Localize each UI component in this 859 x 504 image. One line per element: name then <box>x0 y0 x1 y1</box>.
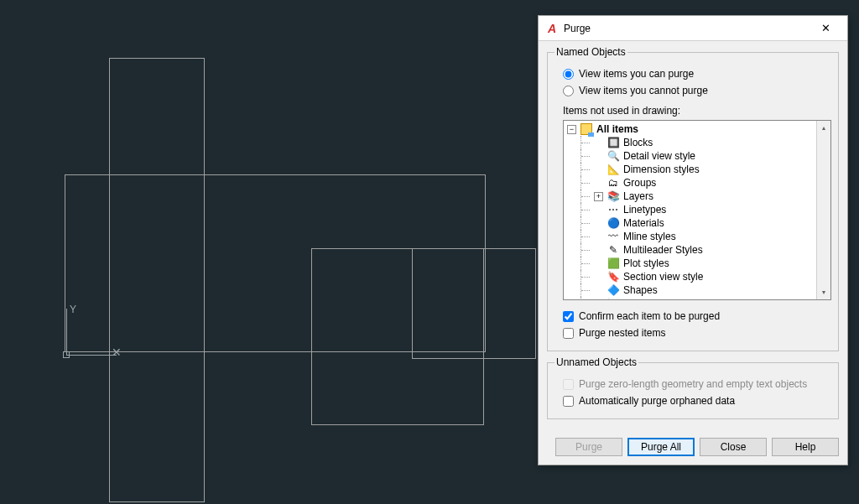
confirm-checkbox[interactable]: Confirm each item to be purged <box>563 309 831 324</box>
tree-item-label[interactable]: Layers <box>622 190 653 203</box>
item-icon: 🔲 <box>607 136 620 149</box>
scroll-down-icon[interactable]: ▾ <box>817 285 830 299</box>
unnamed-objects-group: Unnamed Objects Purge zero-length geomet… <box>547 356 839 419</box>
ucs-y-label: Y <box>70 304 76 315</box>
all-items-icon <box>580 122 593 136</box>
item-icon: 🔖 <box>607 270 620 283</box>
scroll-up-icon[interactable]: ▴ <box>817 121 830 135</box>
close-dialog-button[interactable]: Close <box>700 438 767 456</box>
dialog-title: Purge <box>564 23 809 34</box>
radio-cannot-purge[interactable]: View items you cannot purge <box>563 83 831 98</box>
item-icon: 📊 <box>607 297 620 299</box>
tree-item-label[interactable]: Mline styles <box>622 230 676 243</box>
tree-item-label[interactable]: Shapes <box>622 283 658 297</box>
named-objects-group: Named Objects View items you can purge V… <box>547 46 839 351</box>
named-objects-legend: Named Objects <box>554 46 627 58</box>
tree-scrollbar[interactable]: ▴ ▾ <box>816 121 830 299</box>
purge-dialog: A Purge ✕ Named Objects View items you c… <box>538 15 848 465</box>
item-icon: 🗂 <box>607 176 620 190</box>
tree-item-label[interactable]: Dimension styles <box>622 163 700 176</box>
unnamed-objects-legend: Unnamed Objects <box>554 356 638 368</box>
tree-item-label[interactable]: Multileader Styles <box>622 243 703 257</box>
items-list-label: Items not used in drawing: <box>563 105 831 117</box>
tree-item-label[interactable]: Table styles <box>622 297 676 299</box>
help-button[interactable]: Help <box>772 438 839 456</box>
item-icon: 🟩 <box>607 257 620 270</box>
collapse-icon[interactable]: − <box>567 125 576 134</box>
titlebar[interactable]: A Purge ✕ <box>539 16 847 41</box>
item-icon: 📐 <box>607 163 620 176</box>
orphaned-checkbox[interactable]: Automatically purge orphaned data <box>563 393 831 408</box>
shape-rect <box>412 248 536 359</box>
close-button[interactable]: ✕ <box>809 18 842 39</box>
zero-length-checkbox: Purge zero-length geometry and empty tex… <box>563 377 831 392</box>
tree-item-label[interactable]: Plot styles <box>622 257 669 270</box>
tree-root-label[interactable]: All items <box>595 122 638 136</box>
items-tree[interactable]: − All items 🔲Blocks🔍Detail view style📐Di… <box>563 120 831 300</box>
tree-item-label[interactable]: Blocks <box>622 136 653 149</box>
tree-item-label[interactable]: Materials <box>622 216 664 230</box>
tree-item-label[interactable]: Detail view style <box>622 149 695 163</box>
purge-button: Purge <box>555 438 622 456</box>
item-icon: 🔍 <box>607 149 620 163</box>
tree-item-label[interactable]: Groups <box>622 176 656 190</box>
item-icon: 🔷 <box>607 283 620 297</box>
expand-icon[interactable]: + <box>594 192 603 201</box>
ucs-indicator: Y ✕ <box>63 309 113 359</box>
item-icon: 📚 <box>607 190 620 203</box>
purge-all-button[interactable]: Purge All <box>627 438 695 456</box>
ucs-x-label: ✕ <box>112 346 122 359</box>
item-icon: 🔵 <box>607 216 620 230</box>
item-icon: ⋯ <box>607 203 620 216</box>
app-icon: A <box>545 22 559 35</box>
tree-item-label[interactable]: Linetypes <box>622 203 666 216</box>
radio-can-purge[interactable]: View items you can purge <box>563 66 831 81</box>
nested-checkbox[interactable]: Purge nested items <box>563 325 831 340</box>
tree-item-label[interactable]: Section view style <box>622 270 703 283</box>
item-icon: ✎ <box>607 243 620 257</box>
dialog-buttons: Purge Purge All Close Help <box>539 433 847 465</box>
item-icon: 〰 <box>607 230 620 243</box>
